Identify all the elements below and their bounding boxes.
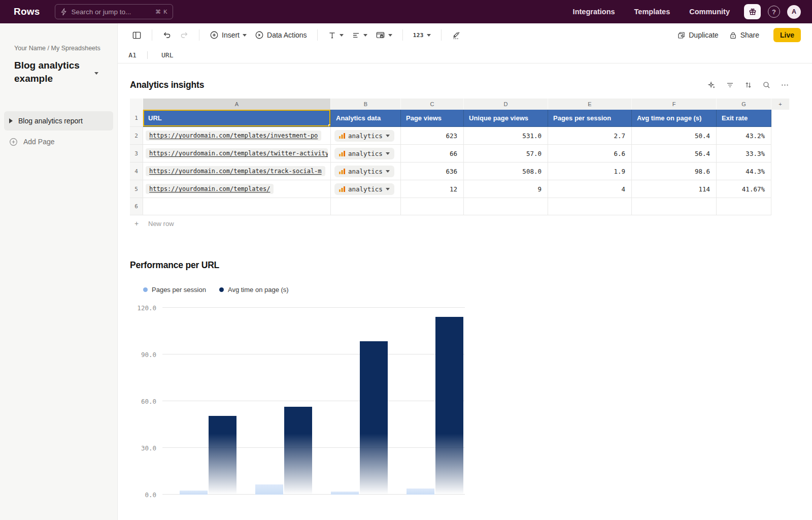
column-header-e[interactable]: E [548, 99, 632, 110]
analytics-chip[interactable]: analytics [334, 183, 394, 195]
cell-b1[interactable]: Analytics data [331, 110, 401, 127]
expand-triangle-icon[interactable] [9, 118, 13, 123]
cell-a1[interactable]: URL [143, 110, 331, 127]
cell-d4[interactable]: 508.0 [464, 162, 548, 180]
gift-button[interactable] [744, 4, 761, 19]
cell-f3[interactable]: 56.4 [632, 145, 717, 162]
clear-formatting-button[interactable] [449, 27, 464, 43]
cell-g6[interactable] [717, 198, 771, 215]
cell-d5[interactable]: 9 [464, 180, 548, 198]
cell-e5[interactable]: 4 [548, 180, 632, 198]
column-header-a[interactable]: A [143, 99, 331, 110]
cell-a5[interactable]: https://yourdomain.com/templates/ [143, 180, 331, 198]
cell-b6[interactable] [331, 198, 401, 215]
sort-button[interactable] [743, 80, 753, 90]
cell-f1[interactable]: Avg time on page (s) [632, 110, 717, 127]
undo-button[interactable] [159, 27, 175, 43]
cell-c5[interactable]: 12 [401, 180, 464, 198]
cell-a2[interactable]: https://yourdomain.com/templates/investm… [143, 127, 331, 145]
more-options-button[interactable] [780, 80, 790, 90]
chart-title[interactable]: Performance per URL [130, 260, 790, 271]
url-link[interactable]: https://yourdomain.com/templates/investm… [146, 131, 321, 141]
sidebar-item-blog-analytics-report[interactable]: Blog analytics report [4, 111, 113, 131]
cell-b2[interactable]: analytics [331, 127, 401, 145]
column-header-f[interactable]: F [632, 99, 717, 110]
cell-f5[interactable]: 114 [632, 180, 717, 198]
column-header-b[interactable]: B [331, 99, 401, 110]
cell-a6[interactable] [143, 198, 331, 215]
data-actions-button[interactable]: Data Actions [252, 27, 310, 43]
add-column-button[interactable]: + [771, 99, 790, 110]
url-link[interactable]: https://yourdomain.com/templates/track-s… [146, 166, 325, 176]
nav-templates[interactable]: Templates [634, 8, 670, 16]
cell-c1[interactable]: Page views [401, 110, 464, 127]
cell-style-button[interactable] [373, 27, 395, 43]
cell-c2[interactable]: 623 [401, 127, 464, 145]
cell-g2[interactable]: 43.2% [717, 127, 771, 145]
row-number[interactable]: 3 [130, 145, 143, 162]
cell-f4[interactable]: 98.6 [632, 162, 717, 180]
fill-handle[interactable] [328, 124, 331, 127]
cell-c6[interactable] [401, 198, 464, 215]
cell-e3[interactable]: 6.6 [548, 145, 632, 162]
cell-b5[interactable]: analytics [331, 180, 401, 198]
new-row-button[interactable]: New row [143, 215, 785, 232]
cell-d3[interactable]: 57.0 [464, 145, 548, 162]
table-title[interactable]: Analytics insights [130, 80, 204, 90]
column-header-c[interactable]: C [401, 99, 464, 110]
number-format-button[interactable]: 123 [410, 27, 434, 43]
nav-integrations[interactable]: Integrations [573, 8, 615, 16]
column-header-g[interactable]: G [717, 99, 771, 110]
cell-f2[interactable]: 50.4 [632, 127, 717, 145]
row-number[interactable]: 5 [130, 180, 143, 198]
cell-f6[interactable] [632, 198, 717, 215]
cell-g3[interactable]: 33.3% [717, 145, 771, 162]
cell-e4[interactable]: 1.9 [548, 162, 632, 180]
search-input[interactable]: Search or jump to... ⌘ K [55, 4, 173, 19]
duplicate-button[interactable]: Duplicate [674, 27, 721, 43]
cell-b4[interactable]: analytics [331, 162, 401, 180]
analytics-chip[interactable]: analytics [334, 148, 394, 159]
add-page-button[interactable]: Add Page [4, 132, 113, 152]
alignment-button[interactable] [349, 27, 370, 43]
row-number[interactable]: 4 [130, 162, 143, 180]
cell-g1[interactable]: Exit rate [717, 110, 771, 127]
filter-button[interactable] [725, 80, 735, 90]
row-number[interactable]: 6 [130, 198, 143, 215]
breadcrumb-section[interactable]: My Spreadsheets [51, 45, 100, 52]
analytics-chip[interactable]: analytics [334, 130, 394, 142]
cell-a3[interactable]: https://yourdomain.com/templates/twitter… [143, 145, 331, 162]
cell-reference[interactable]: A1 [118, 51, 147, 59]
row-number[interactable]: 1 [130, 110, 143, 127]
new-row-plus-icon[interactable]: + [130, 215, 143, 232]
help-button[interactable]: ? [768, 6, 780, 18]
live-button[interactable]: Live [773, 28, 801, 42]
cell-e1[interactable]: Pages per session [548, 110, 632, 127]
cell-d1[interactable]: Unique page views [464, 110, 548, 127]
analytics-chip[interactable]: analytics [334, 166, 394, 177]
avatar[interactable]: A [787, 5, 801, 19]
row-number[interactable]: 2 [130, 127, 143, 145]
toggle-sidebar-button[interactable] [129, 27, 145, 43]
breadcrumb-user[interactable]: Your Name [14, 45, 46, 52]
url-link[interactable]: https://yourdomain.com/templates/twitter… [146, 148, 328, 158]
share-button[interactable]: Share [726, 27, 762, 43]
search-table-button[interactable] [761, 80, 771, 90]
spreadsheet-title-menu[interactable]: Blog analytics example [0, 59, 117, 85]
column-header-d[interactable]: D [464, 99, 548, 110]
cell-d2[interactable]: 531.0 [464, 127, 548, 145]
cell-g4[interactable]: 44.3% [717, 162, 771, 180]
cell-g5[interactable]: 41.67% [717, 180, 771, 198]
ai-sparkle-button[interactable] [706, 80, 717, 90]
cell-e2[interactable]: 2.7 [548, 127, 632, 145]
url-link[interactable]: https://yourdomain.com/templates/ [146, 184, 274, 194]
cell-b3[interactable]: analytics [331, 145, 401, 162]
insert-button[interactable]: Insert [207, 27, 250, 43]
text-style-button[interactable] [325, 27, 347, 43]
cell-c4[interactable]: 636 [401, 162, 464, 180]
cell-d6[interactable] [464, 198, 548, 215]
cell-a4[interactable]: https://yourdomain.com/templates/track-s… [143, 162, 331, 180]
formula-input[interactable]: URL [161, 51, 812, 59]
cell-c3[interactable]: 66 [401, 145, 464, 162]
cell-e6[interactable] [548, 198, 632, 215]
